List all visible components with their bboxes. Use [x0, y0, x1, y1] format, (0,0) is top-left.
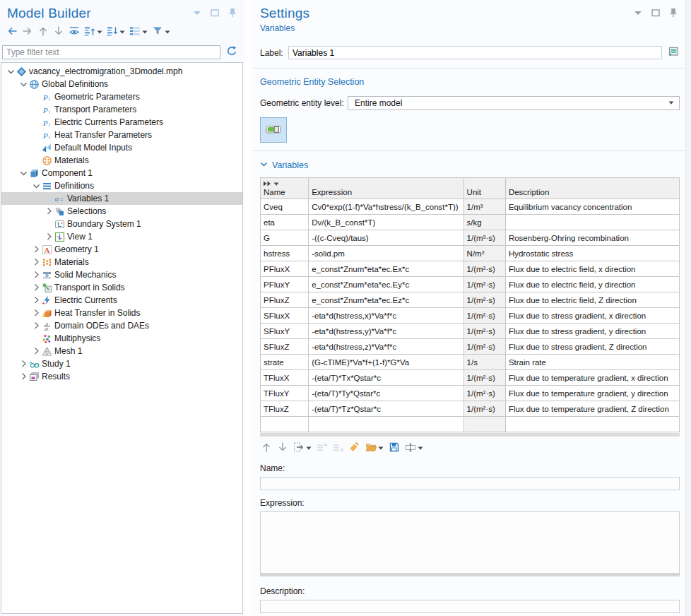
tree-item-vacancy-electromigration-3dmodel-mph[interactable]: vacancy_electromigration_3Dmodel.mph — [1, 65, 242, 78]
table-row-tfluxy[interactable]: TFluxY-(eta/T)*Ty*Qstar*c1/(m²·s)Flux du… — [261, 386, 680, 401]
cell-expression[interactable]: -(eta/T)*Tz*Qstar*c — [309, 401, 463, 417]
active-toggle-button[interactable] — [260, 117, 287, 143]
sort-icon[interactable] — [263, 179, 271, 188]
tree-item-selections[interactable]: Selections — [1, 205, 242, 218]
chevron-collapsed-icon[interactable] — [31, 271, 42, 279]
cell-name[interactable]: PFluxY — [261, 277, 309, 292]
tree-item-electric-currents[interactable]: +Electric Currents — [1, 294, 242, 307]
tree-item-definitions[interactable]: Definitions — [1, 179, 242, 192]
chevron-expanded-icon[interactable] — [6, 68, 16, 76]
tree-item-materials[interactable]: Materials — [1, 256, 242, 268]
float-window-button[interactable] — [208, 6, 221, 21]
cell-expression[interactable]: e_const*Znum*eta*ec.Ex*c — [309, 261, 463, 277]
settings-vscrollbar[interactable] — [685, 0, 691, 616]
table-row-tfluxz[interactable]: TFluxZ-(eta/T)*Tz*Qstar*c1/(m²·s)Flux du… — [261, 401, 680, 417]
chevron-collapsed-icon[interactable] — [18, 372, 29, 381]
cell-expression[interactable]: -((c-Cveq)/taus) — [309, 230, 463, 246]
model-tree-node-text-button[interactable] — [129, 25, 148, 40]
tree-item-transport-in-solids[interactable]: Transport in Solids — [1, 281, 242, 294]
cell-unit[interactable] — [463, 417, 505, 432]
cell-name[interactable] — [261, 417, 309, 432]
cell-name[interactable]: TFluxX — [261, 370, 309, 386]
cell-description[interactable] — [505, 215, 679, 230]
panel-splitter[interactable] — [244, 0, 252, 616]
table-row-eta[interactable]: etaDv/(k_B_const*T)s/kg — [261, 215, 680, 230]
cell-description[interactable]: Equilibrium vacancy concentration — [505, 199, 679, 215]
cell-unit[interactable]: 1/(m²·s) — [463, 308, 505, 324]
chevron-collapsed-icon[interactable] — [44, 207, 54, 215]
cell-name[interactable]: TFluxZ — [261, 401, 309, 417]
chevron-collapsed-icon[interactable] — [31, 347, 42, 355]
cell-description[interactable]: Flux due to electric field, Z direction — [505, 292, 679, 308]
chevron-expanded-icon[interactable] — [18, 170, 29, 177]
cell-unit[interactable]: 1/(m²·s) — [463, 401, 505, 417]
variables-section-header[interactable]: Variables — [260, 160, 680, 170]
move-to-button[interactable] — [293, 441, 312, 456]
collapse-all-button[interactable] — [83, 25, 103, 40]
cell-description[interactable] — [505, 417, 679, 432]
tree-item-boundary-system-1[interactable]: Boundary System 1 — [1, 218, 242, 230]
table-hscrollbar[interactable] — [260, 433, 680, 437]
cell-unit[interactable]: s/kg — [463, 215, 505, 230]
tree-item-heat-transfer-in-solids[interactable]: Heat Transfer in Solids — [1, 307, 242, 319]
float-window-button[interactable] — [649, 6, 662, 21]
cell-description[interactable]: Flux due to temperature gradient, y dire… — [505, 386, 679, 401]
tree-item-multiphysics[interactable]: Multiphysics — [1, 332, 242, 345]
expand-all-button[interactable] — [106, 25, 126, 40]
cell-unit[interactable]: 1/(m²·s) — [463, 324, 505, 339]
table-row-sfluxx[interactable]: SFluxX-eta*d(hstress,x)*Va*f*c1/(m²·s)Fl… — [261, 308, 680, 324]
cell-name[interactable]: eta — [261, 215, 309, 230]
refresh-button[interactable] — [225, 45, 239, 60]
settings-subtitle-link[interactable]: Variables — [260, 23, 295, 33]
chevron-expanded-icon[interactable] — [31, 182, 42, 190]
tree-item-study-1[interactable]: Study 1 — [1, 357, 242, 370]
cell-name[interactable]: PFluxX — [261, 261, 309, 277]
row-move-up-button[interactable] — [260, 441, 273, 456]
tree-item-mesh-1[interactable]: Mesh 1 — [1, 345, 242, 357]
table-row-pfluxx[interactable]: PFluxXe_const*Znum*eta*ec.Ex*c1/(m²·s)Fl… — [261, 261, 680, 277]
tree-item-domain-odes-and-daes[interactable]: ddtDomain ODEs and DAEs — [1, 319, 242, 332]
show-button[interactable] — [68, 25, 81, 40]
panel-menu-button[interactable] — [191, 6, 203, 21]
tree-item-results[interactable]: Results — [1, 370, 242, 383]
table-row-pfluxy[interactable]: PFluxYe_const*Znum*eta*ec.Ey*c1/(m²·s)Fl… — [261, 277, 680, 292]
description-input[interactable] — [260, 600, 680, 613]
tree-item-default-model-inputs[interactable]: Default Model Inputs — [1, 141, 242, 154]
cell-expression[interactable]: e_const*Znum*eta*ec.Ey*c — [309, 277, 463, 292]
name-input[interactable] — [260, 477, 680, 490]
tree-item-solid-mechanics[interactable]: Solid Mechanics — [1, 268, 242, 281]
cell-name[interactable]: SFluxY — [261, 324, 309, 339]
chevron-collapsed-icon[interactable] — [31, 296, 42, 304]
table-row-sfluxy[interactable]: SFluxY-eta*d(hstress,y)*Va*f*c1/(m²·s)Fl… — [261, 324, 680, 339]
cell-expression[interactable] — [309, 417, 463, 432]
cell-name[interactable]: hstress — [261, 246, 309, 261]
tree-item-heat-transfer-parameters[interactable]: PiHeat Transfer Parameters — [1, 129, 242, 141]
table-row-strate[interactable]: strate(G-cTIME)*Va*f+(1-f)*G*Va1/sStrain… — [261, 355, 680, 370]
cell-description[interactable]: Flux due to stress gradient, x direction — [505, 308, 679, 324]
tree-item-view-1[interactable]: View 1 — [1, 230, 242, 243]
cell-expression[interactable]: -(eta/T)*Ty*Qstar*c — [309, 386, 463, 401]
cell-unit[interactable]: N/m² — [463, 246, 505, 261]
tree-item-transport-parameters[interactable]: PiTransport Parameters — [1, 103, 242, 116]
table-row-cveq[interactable]: CveqCv0*exp((1-f)*Va*hstress/(k_B_const*… — [261, 199, 680, 215]
chevron-collapsed-icon[interactable] — [31, 258, 42, 266]
cell-description[interactable]: Flux due to stress gradient, Z direction — [505, 339, 679, 355]
move-down-button[interactable] — [52, 25, 65, 40]
expression-input[interactable] — [260, 511, 680, 576]
cell-expression[interactable]: -(eta/T)*Tx*Qstar*c — [309, 370, 463, 386]
cell-expression[interactable]: (G-cTIME)*Va*f+(1-f)*G*Va — [309, 355, 463, 370]
tree-item-electric-currents-parameters[interactable]: PiElectric Currents Parameters — [1, 116, 242, 129]
cell-expression[interactable]: e_const*Znum*eta*ec.Ez*c — [309, 292, 463, 308]
cell-name[interactable]: SFluxX — [261, 308, 309, 324]
cell-description[interactable]: Rosenberg-Ohring recombination — [505, 230, 679, 246]
table-row-pfluxz[interactable]: PFluxZe_const*Znum*eta*ec.Ez*c1/(m²·s)Fl… — [261, 292, 680, 308]
chevron-collapsed-icon[interactable] — [31, 321, 42, 330]
cell-name[interactable]: G — [261, 230, 309, 246]
load-from-file-button[interactable] — [365, 441, 384, 456]
cell-unit[interactable]: 1/m³ — [463, 199, 505, 215]
tree-item-geometric-parameters[interactable]: PiGeometric Parameters — [1, 90, 242, 103]
panel-menu-button[interactable] — [632, 6, 644, 21]
go-back-button[interactable] — [6, 25, 18, 40]
row-move-down-button[interactable] — [276, 441, 289, 456]
chevron-collapsed-icon[interactable] — [31, 283, 42, 292]
